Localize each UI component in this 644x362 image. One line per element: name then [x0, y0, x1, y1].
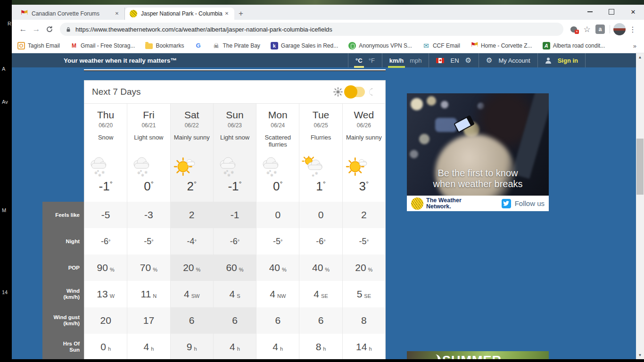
- bookmark-item[interactable]: Bookmarks: [145, 42, 184, 49]
- day-condition: Light snow: [214, 134, 256, 141]
- scrollbar-down-arrow[interactable]: ▼: [636, 352, 644, 359]
- new-tab-button[interactable]: +: [234, 8, 248, 20]
- hours-of-sun-value: 9h: [171, 334, 213, 359]
- toolbar-right: ☆ a ⋮: [567, 23, 639, 36]
- feels-like-value: 0: [256, 202, 299, 228]
- bookmark-item[interactable]: Garage Sales in Red...: [271, 42, 338, 49]
- day-icon-cell: ❄❄❄ ❄ -1°: [84, 154, 127, 202]
- bookmark-item[interactable]: Gmail - Free Storag...: [70, 42, 135, 49]
- weather-icon: [343, 154, 385, 179]
- celsius-option[interactable]: °C: [355, 57, 363, 64]
- day-name: Thu: [84, 104, 127, 121]
- toggle-knob[interactable]: [344, 85, 357, 99]
- degree-symbol: °: [323, 180, 326, 188]
- forecast-day-column[interactable]: Thu 06/20 Snow ❄❄❄ ❄ -1° -5 -6° 90% 13W …: [84, 104, 127, 359]
- pop-value: 70%: [127, 255, 170, 281]
- bookmark-favicon: [471, 42, 478, 49]
- reload-button[interactable]: [43, 23, 56, 36]
- ad-banner-partial[interactable]: SUMMER: [407, 351, 549, 359]
- day-condition: Snow: [84, 134, 127, 141]
- bookmark-item[interactable]: CCF Email: [422, 42, 460, 49]
- forecast-day-column[interactable]: Fri 06/21 Light snow ❄❄❄ ❄ 0° -3 -5° 70%…: [127, 104, 170, 359]
- extension-icon[interactable]: a: [594, 23, 607, 36]
- degree-symbol: °: [323, 239, 325, 244]
- tab-strip: Canadian Corvette Forums ✕ Jasper Nation…: [12, 5, 644, 20]
- forecast-day-column[interactable]: Mon 06/24 Scattered flurries ❄❄❄ ❄ 0° 0 …: [256, 104, 299, 359]
- bookmark-item[interactable]: Tagish Email: [17, 42, 60, 49]
- bookmark-label: Garage Sales in Red...: [281, 42, 338, 49]
- scrollbar-thumb[interactable]: [636, 139, 644, 195]
- address-bar[interactable]: https://www.theweathernetwork.com/ca/wea…: [60, 23, 563, 36]
- wind-value: 4NW: [256, 281, 299, 307]
- day-high-temp: 2°: [171, 179, 213, 194]
- bookmark-item[interactable]: Anonymous VPN S...: [348, 42, 412, 49]
- scrollbar-up-arrow[interactable]: ▲: [636, 54, 644, 61]
- svg-text:❄: ❄: [97, 169, 99, 173]
- maximize-button[interactable]: [601, 5, 622, 19]
- feels-like-value: 2: [171, 202, 213, 228]
- browser-tab[interactable]: Canadian Corvette Forums ✕: [16, 8, 125, 20]
- wind-direction: S: [237, 293, 240, 299]
- degree-symbol: °: [281, 239, 282, 244]
- browser-tab[interactable]: Jasper National Park - Columbia I ✕: [125, 8, 234, 20]
- follow-us-label[interactable]: Follow us: [515, 199, 545, 207]
- snow-cloud-icon: ❄❄❄ ❄: [84, 156, 112, 179]
- tab-close-icon[interactable]: ✕: [113, 10, 121, 17]
- kmh-option[interactable]: km/h: [389, 57, 404, 64]
- twitter-icon[interactable]: [502, 199, 511, 208]
- day-name: Tue: [299, 104, 342, 121]
- percent-unit: %: [196, 267, 200, 272]
- degree-symbol: °: [194, 180, 197, 188]
- percent-unit: %: [110, 267, 115, 272]
- degree-symbol: °: [239, 180, 242, 188]
- row-label: Wind(km/h): [42, 281, 84, 307]
- profile-avatar[interactable]: [613, 23, 626, 36]
- day-icon-cell: ❄❄❄ ❄ -1°: [214, 154, 256, 202]
- translate-blocked-icon[interactable]: [567, 23, 580, 36]
- day-night-toggle[interactable]: [333, 87, 377, 97]
- pop-value: 90%: [84, 255, 127, 281]
- forecast-day-column[interactable]: Sun 06/23 Light snow ❄❄❄ ❄ -1° -1 -6° 60…: [213, 104, 256, 359]
- bookmark-item[interactable]: The Pirate Bay: [212, 42, 260, 49]
- toggle-track[interactable]: [346, 87, 365, 97]
- wind-direction: N: [153, 293, 157, 299]
- hours-of-sun-value: 4h: [214, 334, 256, 359]
- forecast-day-column[interactable]: Wed 06/26 Mainly sunny 3° 2 -5° 20% 5SE …: [342, 104, 385, 359]
- forecast-day-column[interactable]: Tue 06/25 Flurries ❄❄ 1° 0 -6° 40% 4SE 6…: [299, 104, 342, 359]
- bookmark-favicon: [70, 42, 78, 49]
- tab-close-icon[interactable]: ✕: [223, 10, 231, 17]
- bookmarks-overflow-button[interactable]: »: [631, 42, 638, 49]
- row-label: Night: [42, 228, 84, 255]
- bookmark-label: The Pirate Bay: [223, 42, 260, 49]
- ad-banner[interactable]: Be the first to know when weather breaks…: [407, 93, 549, 211]
- page-scrollbar[interactable]: ▲ ▼: [636, 53, 644, 359]
- back-button[interactable]: ←: [17, 23, 30, 36]
- weather-icon: [171, 154, 213, 179]
- row-label-line: Sun: [69, 347, 80, 353]
- feels-like-value: 0: [299, 202, 342, 228]
- day-icon-cell: 2°: [171, 154, 213, 202]
- language-label: EN: [450, 57, 459, 64]
- bookmark-favicon: [271, 42, 278, 49]
- mph-option[interactable]: mph: [410, 57, 421, 64]
- close-button[interactable]: [622, 5, 644, 19]
- sign-in-button[interactable]: Sign in: [537, 53, 585, 67]
- forecast-day-column[interactable]: Sat 06/22 Mainly sunny 2° 2 -4° 20% 4SW …: [170, 104, 213, 359]
- bookmark-item[interactable]: Alberta road condit...: [543, 42, 605, 49]
- language-selector[interactable]: EN ⚙: [429, 53, 479, 67]
- browser-menu-button[interactable]: ⋮: [626, 23, 639, 36]
- my-account-button[interactable]: ⚙ My Account: [479, 53, 537, 67]
- bookmark-item[interactable]: [194, 42, 202, 49]
- bookmark-item[interactable]: Home - Corvette Z...: [471, 42, 532, 49]
- forward-button[interactable]: →: [30, 23, 43, 36]
- day-condition: Light snow: [127, 134, 170, 141]
- bookmark-star-icon[interactable]: ☆: [580, 23, 594, 36]
- wind-direction: W: [110, 293, 115, 299]
- degree-symbol: °: [367, 239, 369, 244]
- seven-day-forecast-card: Next 7 Days: [84, 80, 386, 359]
- reload-icon: [46, 25, 53, 33]
- hours-unit: h: [151, 346, 154, 352]
- svg-text:❄: ❄: [144, 170, 148, 175]
- minimize-button[interactable]: [579, 5, 601, 19]
- fahrenheit-option[interactable]: °F: [369, 57, 375, 64]
